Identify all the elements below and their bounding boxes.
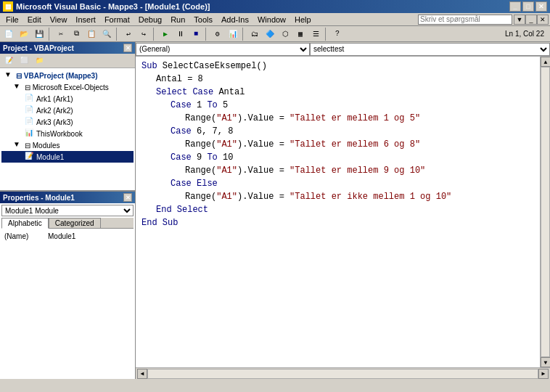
- main-layout: Project - VBAProject ✕ 📝 ⬜ 📁 ▼ ⊟ VBAProj…: [0, 42, 550, 379]
- vscroll-down-btn[interactable]: ▼: [541, 357, 550, 367]
- menu-run[interactable]: Run: [166, 15, 189, 25]
- code-wrapper: Sub SelectCaseEksempel() Antal = 8 Selec…: [136, 57, 550, 367]
- code-dropdown-proc[interactable]: selecttest: [310, 43, 550, 56]
- search-btn[interactable]: ▼: [514, 15, 525, 25]
- properties-panel-title: Properties - Module1: [3, 194, 75, 202]
- code-line-5: Case 6, 7, 8: [141, 125, 534, 138]
- modules-expand-icon: ▼: [13, 140, 23, 150]
- code-line-4: Range("A1").Value = "Tallet er mellem 1 …: [141, 112, 534, 125]
- view-code-btn[interactable]: 📝: [1, 54, 16, 68]
- code-line-7: Case 9 To 10: [141, 151, 534, 164]
- properties-panel-titlebar: Properties - Module1 ✕: [0, 192, 135, 203]
- hscroll-right-btn[interactable]: ▶: [538, 369, 549, 379]
- properties-dropdown[interactable]: Module1 Module: [1, 205, 134, 216]
- minimize-button[interactable]: _: [509, 1, 521, 12]
- undo-btn[interactable]: ↩: [121, 28, 136, 41]
- search-close1[interactable]: _: [525, 15, 537, 25]
- project-panel-title: Project - VBAProject: [3, 44, 74, 52]
- menu-window[interactable]: Window: [253, 15, 290, 25]
- new-btn[interactable]: 📄: [1, 28, 16, 41]
- ark3-label: Ark3 (Ark3): [36, 118, 73, 126]
- tree-module1[interactable]: 📝 Module1: [1, 151, 134, 163]
- obj-btn2[interactable]: 🔷: [263, 28, 277, 41]
- save-btn[interactable]: 💾: [32, 28, 46, 41]
- code-toolbar: (General) selecttest: [136, 42, 550, 57]
- tree-ark3[interactable]: 📄 Ark3 (Ark3): [1, 116, 134, 128]
- pause-btn[interactable]: ⏸: [173, 28, 188, 41]
- tree-ark1[interactable]: 📄 Ark1 (Ark1): [1, 93, 134, 105]
- code-panel: (General) selecttest Sub SelectCaseEksem…: [136, 42, 550, 379]
- menu-edit[interactable]: Edit: [23, 15, 46, 25]
- toggle-folders-btn[interactable]: 📁: [32, 54, 46, 68]
- code-line-8: Range("A1").Value = "Tallet er mellem 9 …: [141, 164, 534, 177]
- menu-addins[interactable]: Add-Ins: [217, 15, 253, 25]
- paste-btn[interactable]: 📋: [84, 28, 99, 41]
- redo-btn[interactable]: ↪: [136, 28, 151, 41]
- tree-thisworkbook[interactable]: 📊 ThisWorkbook: [1, 128, 134, 139]
- vba-expand-icon: ▼: [4, 70, 15, 81]
- vscroll-track[interactable]: [541, 67, 550, 357]
- tree-microsoft-excel[interactable]: ▼ ⊟ Microsoft Excel-Objects: [1, 81, 134, 93]
- chart-btn[interactable]: 📊: [226, 28, 240, 41]
- tree-vbaproject[interactable]: ▼ ⊟ VBAProject (Mappe3): [1, 70, 134, 81]
- menu-file[interactable]: File: [1, 15, 23, 25]
- sep3: [153, 28, 156, 41]
- menu-view[interactable]: View: [46, 15, 72, 25]
- code-line-9: Case Else: [141, 177, 534, 190]
- find-btn[interactable]: 🔍: [99, 28, 114, 41]
- menu-tools[interactable]: Tools: [189, 15, 217, 25]
- code-vscrollbar[interactable]: ▲ ▼: [540, 57, 550, 367]
- sep4: [205, 28, 208, 41]
- properties-panel-close[interactable]: ✕: [123, 193, 132, 202]
- maximize-button[interactable]: □: [522, 1, 534, 12]
- search-close2[interactable]: ✕: [537, 15, 549, 25]
- vscroll-up-btn[interactable]: ▲: [541, 57, 550, 67]
- obj-btn1[interactable]: 🗂: [247, 28, 262, 41]
- design-btn[interactable]: ⚙: [210, 28, 225, 41]
- tree-modules[interactable]: ▼ ⊟ Modules: [1, 139, 134, 151]
- hscroll-left-btn[interactable]: ◀: [137, 369, 147, 379]
- tab-categorized[interactable]: Categorized: [49, 218, 101, 228]
- code-footer: ◀ ▶: [136, 367, 550, 379]
- obj-btn5[interactable]: ☰: [308, 28, 323, 41]
- window-controls[interactable]: _ □ ✕: [509, 1, 547, 12]
- project-panel-close[interactable]: ✕: [123, 44, 132, 52]
- left-panel: Project - VBAProject ✕ 📝 ⬜ 📁 ▼ ⊟ VBAProj…: [0, 42, 136, 379]
- code-dropdown-general[interactable]: (General): [136, 43, 310, 56]
- search-input[interactable]: [418, 15, 512, 25]
- excel-expand-icon: ▼: [13, 82, 23, 92]
- project-tree: ▼ ⊟ VBAProject (Mappe3) ▼ ⊟ Microsoft Ex…: [0, 68, 135, 180]
- tree-ark2[interactable]: 📄 Ark2 (Ark2): [1, 105, 134, 116]
- properties-grid: (Name) Module1: [1, 229, 134, 243]
- run-btn[interactable]: ▶: [158, 28, 173, 41]
- ark1-label: Ark1 (Ark1): [36, 95, 73, 103]
- view-obj-btn[interactable]: ⬜: [17, 54, 31, 68]
- sep1: [49, 28, 52, 41]
- obj-btn3[interactable]: ⬡: [278, 28, 292, 41]
- properties-tabs: Alphabetic Categorized: [1, 218, 134, 229]
- workbook-icon: 📊: [25, 128, 35, 139]
- copy-btn[interactable]: ⧉: [69, 28, 83, 41]
- cut-btn[interactable]: ✂: [54, 28, 68, 41]
- window-title: Microsoft Visual Basic - Mappe3 - [Modul…: [16, 2, 509, 11]
- menu-insert[interactable]: Insert: [71, 15, 100, 25]
- stop-btn[interactable]: ■: [189, 28, 203, 41]
- hscroll-track[interactable]: [147, 369, 538, 379]
- menu-help[interactable]: Help: [290, 15, 316, 25]
- close-button[interactable]: ✕: [535, 1, 547, 12]
- tab-alphabetic[interactable]: Alphabetic: [1, 218, 49, 229]
- menu-debug[interactable]: Debug: [134, 15, 166, 25]
- open-btn[interactable]: 📂: [17, 28, 31, 41]
- ark3-icon: 📄: [25, 117, 35, 127]
- modules-label: ⊟ Modules: [25, 142, 60, 150]
- obj-btn4[interactable]: ▦: [293, 28, 308, 41]
- sep5: [242, 28, 245, 41]
- properties-panel: Module1 Module Alphabetic Categorized (N…: [0, 203, 135, 379]
- vba-project-label: ⊟ VBAProject (Mappe3): [16, 72, 97, 80]
- prop-row-name: (Name) Module1: [3, 230, 132, 242]
- ms-excel-label: ⊟ Microsoft Excel-Objects: [25, 83, 109, 91]
- menu-format[interactable]: Format: [100, 15, 134, 25]
- help-icon-btn[interactable]: ?: [330, 28, 345, 41]
- properties-content: Module1 Module Alphabetic Categorized (N…: [0, 203, 135, 245]
- code-line-11: End Select: [141, 203, 534, 216]
